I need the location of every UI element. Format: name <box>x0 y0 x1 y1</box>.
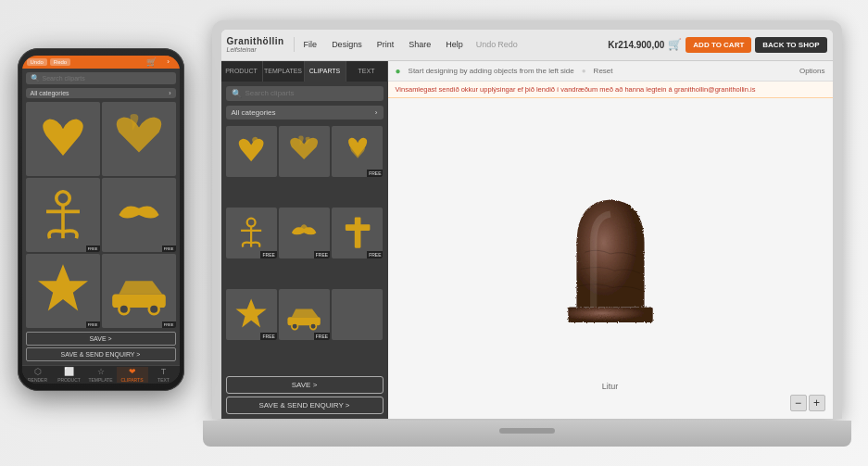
clipart-hearts2[interactable] <box>279 126 330 177</box>
phone-clipart-hearts[interactable] <box>26 102 100 176</box>
back-to-shop-button[interactable]: BACK TO SHOP <box>755 37 826 53</box>
phone-save-send-btn[interactable]: SAVE & SEND ENQUIRY > <box>26 347 176 361</box>
svg-point-10 <box>56 192 69 205</box>
svg-point-15 <box>119 305 129 315</box>
clipart-cross[interactable] <box>332 208 383 258</box>
search-input[interactable] <box>245 89 378 97</box>
clipart-hearts1[interactable] <box>226 126 277 177</box>
nav-separator <box>294 37 295 52</box>
text-icon: T <box>161 367 167 376</box>
app-sidebar: PRODUCT TEMPLATES CLIPARTS TEXT <box>221 61 388 419</box>
phone-clipart-car[interactable] <box>102 254 176 328</box>
clipart-anchor[interactable] <box>226 208 277 258</box>
zoom-in-button[interactable]: + <box>809 395 825 411</box>
chevron-right-icon: › <box>375 108 378 117</box>
add-to-cart-button[interactable]: ADD TO CART <box>686 37 751 53</box>
product-icon: ⬜ <box>64 367 74 376</box>
info-bar: Vinsamlegast sendið okkur upplýsingar ef… <box>388 82 833 98</box>
phone-nav-render[interactable]: ⬡ RENDER <box>22 367 54 383</box>
phone-nav-cliparts[interactable]: ❤ CLIPARTS <box>117 367 148 383</box>
svg-marker-13 <box>38 265 88 311</box>
app-logo-main: Granithöllin <box>227 36 284 46</box>
svg-rect-3 <box>354 218 360 248</box>
svg-rect-4 <box>346 225 371 232</box>
zoom-out-button[interactable]: − <box>790 395 807 411</box>
phone: Undo Redo 🛒 › 🔍 All categories › <box>18 48 184 391</box>
sidebar-search-bar: 🔍 <box>226 86 384 101</box>
clipart-hearts3[interactable] <box>332 126 383 177</box>
reset-dot: ● <box>582 67 586 75</box>
phone-chevron-icon: › <box>169 90 170 96</box>
canvas-area[interactable]: Litur − + <box>388 98 833 419</box>
gravestone-image <box>550 184 671 333</box>
phone-cart-icon: 🛒 <box>146 57 157 67</box>
info-text: Vinsamlegast sendið okkur upplýsingar ef… <box>396 85 756 94</box>
phone-topbar: Undo Redo 🛒 › <box>22 56 180 69</box>
svg-rect-9 <box>568 307 652 321</box>
nav-designs[interactable]: Designs <box>326 37 368 52</box>
app-body: PRODUCT TEMPLATES CLIPARTS TEXT <box>221 61 833 419</box>
undo-btn[interactable]: Undo <box>476 40 497 49</box>
phone-clipart-birds[interactable] <box>102 178 176 252</box>
phone-clipart-star[interactable] <box>26 254 100 328</box>
svg-point-0 <box>247 219 256 227</box>
phone-save-btn[interactable]: SAVE > <box>26 332 176 346</box>
clipart-empty[interactable] <box>332 289 383 340</box>
app-ui: Granithöllin Leifsteinar File Designs Pr… <box>221 30 833 419</box>
options-link[interactable]: Options <box>799 67 825 75</box>
laptop: Granithöllin Leifsteinar File Designs Pr… <box>203 20 851 447</box>
svg-marker-5 <box>236 298 267 327</box>
clipart-star[interactable] <box>226 289 277 340</box>
app-logo-sub: Leifsteinar <box>227 46 284 53</box>
phone-search-icon: 🔍 <box>31 74 40 82</box>
price-value: Kr214.900,00 <box>608 40 664 50</box>
nav-file[interactable]: File <box>298 37 323 52</box>
sidebar-tab-templates[interactable]: TEMPLATES <box>263 61 305 82</box>
render-icon: ⬡ <box>34 367 42 376</box>
app-main: ● Start designing by adding objects from… <box>388 61 833 419</box>
sidebar-tab-text[interactable]: TEXT <box>346 61 388 82</box>
sidebar-tab-product[interactable]: PRODUCT <box>221 61 263 82</box>
cart-icon: 🛒 <box>668 38 682 51</box>
nav-share[interactable]: Share <box>403 37 436 52</box>
phone-undo-btn[interactable]: Undo <box>27 58 47 66</box>
save-send-button[interactable]: SAVE & SEND ENQUIRY > <box>226 397 384 414</box>
reset-label[interactable]: Reset <box>594 67 613 75</box>
sidebar-tab-cliparts[interactable]: CLIPARTS <box>305 61 346 82</box>
cliparts-icon: ❤ <box>129 367 136 376</box>
nav-print[interactable]: Print <box>371 37 400 52</box>
redo-btn[interactable]: Redo <box>497 40 518 49</box>
canvas-controls: − + <box>790 395 825 411</box>
laptop-screen-bezel: Granithöllin Leifsteinar File Designs Pr… <box>221 30 833 419</box>
phone-clipart-grid <box>22 102 180 328</box>
phone-nav-template[interactable]: ☆ TEMPLATE <box>85 367 117 383</box>
phone-screen: Undo Redo 🛒 › 🔍 All categories › <box>22 56 180 384</box>
phone-redo-btn[interactable]: Redo <box>50 58 70 66</box>
sidebar-bottom: SAVE > SAVE & SEND ENQUIRY > <box>221 372 388 419</box>
phone-clipart-hearts2[interactable] <box>102 102 176 176</box>
canvas-label: Litur <box>602 382 619 391</box>
start-dot: ● <box>396 66 401 76</box>
nav-help[interactable]: Help <box>440 37 469 52</box>
phone-category-dropdown[interactable]: All categories › <box>26 88 176 98</box>
phone-cart-badge: › <box>162 56 175 69</box>
start-hint: Start designing by adding objects from t… <box>409 67 574 75</box>
laptop-screen-outer: Granithöllin Leifsteinar File Designs Pr… <box>212 20 842 419</box>
main-topbar: ● Start designing by adding objects from… <box>388 61 833 82</box>
scene: Granithöllin Leifsteinar File Designs Pr… <box>18 11 851 456</box>
phone-search-input[interactable] <box>43 75 171 82</box>
save-button[interactable]: SAVE > <box>226 376 384 394</box>
svg-point-8 <box>310 323 317 330</box>
laptop-base <box>203 421 851 447</box>
phone-nav-text[interactable]: T TEXT <box>148 367 180 383</box>
app-topbar: Granithöllin Leifsteinar File Designs Pr… <box>221 30 833 61</box>
search-icon: 🔍 <box>232 89 242 98</box>
phone-clipart-anchor[interactable] <box>26 178 100 252</box>
category-dropdown[interactable]: All categories › <box>226 106 384 120</box>
undo-redo-group: Undo Redo <box>472 40 522 49</box>
phone-search-bar: 🔍 <box>26 72 176 84</box>
clipart-birds[interactable] <box>279 208 330 258</box>
app-logo: Granithöllin Leifsteinar <box>227 36 284 53</box>
phone-nav-product[interactable]: ⬜ PRODUCT <box>54 367 85 383</box>
clipart-car[interactable] <box>279 289 330 340</box>
